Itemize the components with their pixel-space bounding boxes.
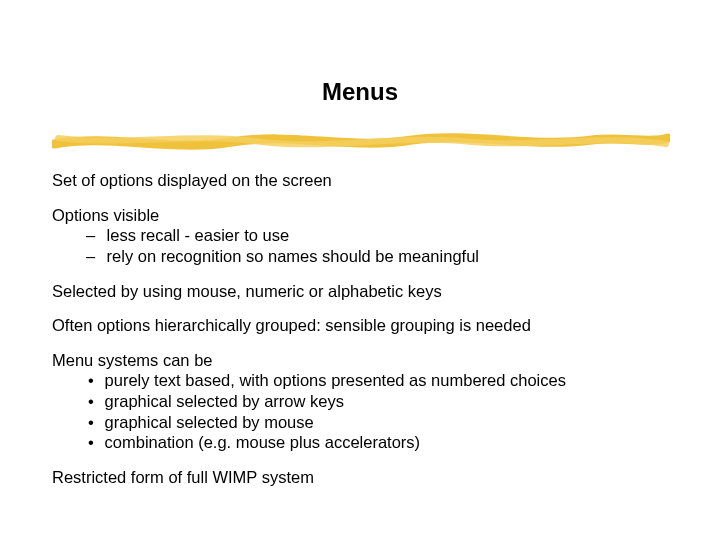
para-5-item-b: graphical selected by arrow keys xyxy=(52,391,672,412)
para-2-item-b: rely on recognition so names should be m… xyxy=(52,246,672,267)
para-2-item-a: less recall - easier to use xyxy=(52,225,672,246)
para-5-item-b-text: graphical selected by arrow keys xyxy=(100,392,344,410)
title-underline-icon xyxy=(52,124,670,156)
para-5-item-d: combination (e.g. mouse plus accelerator… xyxy=(52,432,672,453)
para-6: Restricted form of full WIMP system xyxy=(52,467,672,488)
slide-title: Menus xyxy=(0,78,720,106)
para-5-item-c: graphical selected by mouse xyxy=(52,412,672,433)
para-5: Menu systems can be purely text based, w… xyxy=(52,350,672,453)
slide-body: Set of options displayed on the screen O… xyxy=(52,170,672,502)
para-2: Options visible less recall - easier to … xyxy=(52,205,672,267)
para-2-item-a-text: less recall - easier to use xyxy=(102,226,289,244)
para-5-item-d-text: combination (e.g. mouse plus accelerator… xyxy=(100,433,420,451)
para-2-lead: Options visible xyxy=(52,205,672,226)
para-4: Often options hierarchically grouped: se… xyxy=(52,315,672,336)
para-5-item-a: purely text based, with options presente… xyxy=(52,370,672,391)
para-3: Selected by using mouse, numeric or alph… xyxy=(52,281,672,302)
slide: Menus Set of options displayed on the sc… xyxy=(0,0,720,540)
para-5-lead: Menu systems can be xyxy=(52,350,672,371)
para-5-item-c-text: graphical selected by mouse xyxy=(100,413,314,431)
para-1: Set of options displayed on the screen xyxy=(52,170,672,191)
para-2-item-b-text: rely on recognition so names should be m… xyxy=(102,247,479,265)
para-5-item-a-text: purely text based, with options presente… xyxy=(100,371,566,389)
